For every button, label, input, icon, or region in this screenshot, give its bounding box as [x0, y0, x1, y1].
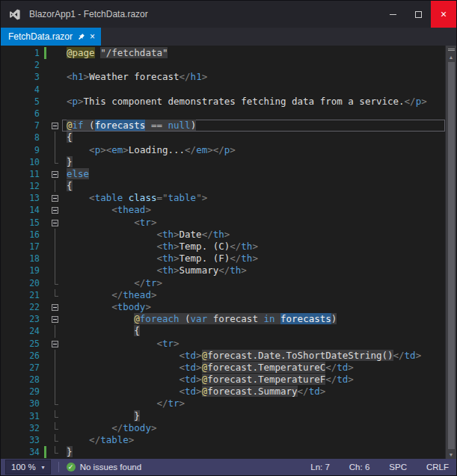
zoom-level: 100 % — [11, 463, 36, 472]
breakpoint-gutter[interactable] — [1, 241, 14, 253]
breakpoint-gutter[interactable] — [1, 434, 14, 446]
fold-collapse-icon[interactable] — [49, 120, 62, 132]
breakpoint-gutter[interactable] — [1, 410, 14, 422]
editor[interactable]: 1@page "/fetchdata"23<h1>Weather forecas… — [1, 46, 456, 459]
tab-fetchdata[interactable]: FetchData.razor × — [1, 28, 101, 46]
code-line[interactable]: 30 </tr> — [1, 398, 445, 409]
code-line[interactable]: 34} — [1, 446, 445, 458]
code-line[interactable]: 33 </table> — [1, 434, 445, 446]
code-line[interactable]: 24 { — [1, 325, 445, 337]
document-health-indicator[interactable]: ✓ No issues found — [67, 463, 141, 472]
code-line[interactable]: 20 </tr> — [1, 277, 445, 289]
code-token: { — [134, 325, 140, 336]
code-line[interactable]: 29 <td>@forecast.Summary</td> — [1, 386, 445, 398]
code-line[interactable]: 8{ — [1, 132, 445, 143]
fold-collapse-icon[interactable] — [49, 204, 62, 216]
code-line[interactable]: 1@page "/fetchdata" — [1, 47, 445, 59]
code-line[interactable]: 26 <td>@forecast.Date.ToShortDateString(… — [1, 350, 445, 362]
code-line[interactable]: 21 </thead> — [1, 289, 445, 301]
tab-close-icon[interactable]: × — [90, 32, 95, 41]
code-line[interactable]: 32 </tbody> — [1, 422, 445, 434]
breakpoint-gutter[interactable] — [1, 59, 14, 71]
breakpoint-gutter[interactable] — [1, 47, 14, 59]
scroll-up-icon[interactable]: ▲ — [446, 52, 456, 61]
breakpoint-gutter[interactable] — [1, 217, 14, 229]
maximize-button[interactable] — [405, 1, 431, 28]
breakpoint-gutter[interactable] — [1, 180, 14, 192]
breakpoint-gutter[interactable] — [1, 301, 14, 313]
change-tracking-margin — [43, 84, 49, 96]
breakpoint-gutter[interactable] — [1, 265, 14, 276]
breakpoint-gutter[interactable] — [1, 313, 14, 325]
split-handle-icon[interactable] — [446, 46, 456, 52]
breakpoint-gutter[interactable] — [1, 168, 14, 180]
code-line[interactable]: 10} — [1, 156, 445, 168]
code-token: Weather forecast — [89, 71, 179, 82]
breakpoint-gutter[interactable] — [1, 96, 14, 108]
code-token: Temp. (C) — [180, 241, 230, 252]
vertical-scrollbar[interactable]: ▲ ▼ — [445, 46, 456, 459]
fold-collapse-icon[interactable] — [49, 192, 62, 204]
scroll-down-icon[interactable]: ▼ — [446, 450, 456, 459]
code-line[interactable]: 11else — [1, 168, 445, 180]
breakpoint-gutter[interactable] — [1, 156, 14, 168]
code-line[interactable]: 3<h1>Weather forecast</h1> — [1, 71, 445, 83]
minimize-button[interactable] — [380, 1, 405, 28]
code-line[interactable]: 12{ — [1, 180, 445, 192]
pin-icon[interactable] — [78, 34, 85, 40]
close-button[interactable]: × — [431, 1, 456, 28]
breakpoint-gutter[interactable] — [1, 422, 14, 434]
code-line[interactable]: 7@if (forecasts == null) — [1, 120, 445, 132]
code-line[interactable]: 2 — [1, 59, 445, 71]
breakpoint-gutter[interactable] — [1, 289, 14, 301]
status-line-ending[interactable]: CRLF — [426, 463, 449, 472]
fold-collapse-icon[interactable] — [49, 338, 62, 350]
code-line[interactable]: 4 — [1, 84, 445, 96]
breakpoint-gutter[interactable] — [1, 120, 14, 132]
code-line[interactable]: 13 <table class="table"> — [1, 192, 445, 204]
zoom-control[interactable]: 100 % ▾ — [5, 460, 51, 475]
code-line[interactable]: 15 <tr> — [1, 217, 445, 229]
breakpoint-gutter[interactable] — [1, 132, 14, 143]
breakpoint-gutter[interactable] — [1, 253, 14, 265]
breakpoint-gutter[interactable] — [1, 229, 14, 241]
breakpoint-gutter[interactable] — [1, 325, 14, 337]
code-line[interactable]: 14 <thead> — [1, 204, 445, 216]
fold-collapse-icon[interactable] — [49, 301, 62, 313]
code-line[interactable]: 9 <p><em>Loading...</em></p> — [1, 144, 445, 156]
code-line[interactable]: 28 <td>@forecast.TemperatureF</td> — [1, 374, 445, 386]
code-line[interactable]: 23 @foreach (var forecast in forecasts) — [1, 313, 445, 325]
breakpoint-gutter[interactable] — [1, 84, 14, 96]
code-line[interactable]: 22 <tbody> — [1, 301, 445, 313]
fold-margin — [49, 71, 62, 83]
breakpoint-gutter[interactable] — [1, 386, 14, 398]
breakpoint-gutter[interactable] — [1, 446, 14, 458]
code-line[interactable]: 31 } — [1, 410, 445, 422]
breakpoint-gutter[interactable] — [1, 108, 14, 120]
title-bar[interactable]: BlazorApp1 - FetchData.razor × — [1, 1, 456, 28]
fold-collapse-icon[interactable] — [49, 313, 62, 325]
breakpoint-gutter[interactable] — [1, 277, 14, 289]
breakpoint-gutter[interactable] — [1, 144, 14, 156]
code-line[interactable]: 18 <th>Temp. (F)</th> — [1, 253, 445, 265]
code-line[interactable]: 19 <th>Summary</th> — [1, 265, 445, 276]
breakpoint-gutter[interactable] — [1, 71, 14, 83]
breakpoint-gutter[interactable] — [1, 398, 14, 409]
breakpoint-gutter[interactable] — [1, 338, 14, 350]
breakpoint-gutter[interactable] — [1, 350, 14, 362]
status-indentation[interactable]: SPC — [389, 463, 407, 472]
code-line[interactable]: 6 — [1, 108, 445, 120]
fold-collapse-icon[interactable] — [49, 168, 62, 180]
code-line[interactable]: 16 <th>Date</th> — [1, 229, 445, 241]
breakpoint-gutter[interactable] — [1, 374, 14, 386]
breakpoint-gutter[interactable] — [1, 362, 14, 374]
code-line[interactable]: 27 <td>@forecast.TemperatureC</td> — [1, 362, 445, 374]
code-line[interactable]: 25 <tr> — [1, 338, 445, 350]
breakpoint-gutter[interactable] — [1, 192, 14, 204]
code-line[interactable]: 17 <th>Temp. (C)</th> — [1, 241, 445, 253]
scrollbar-thumb[interactable] — [448, 62, 455, 449]
code-line[interactable]: 5<p>This component demonstrates fetching… — [1, 96, 445, 108]
breakpoint-gutter[interactable] — [1, 204, 14, 216]
code-token: </ — [325, 374, 337, 385]
fold-collapse-icon[interactable] — [49, 217, 62, 229]
